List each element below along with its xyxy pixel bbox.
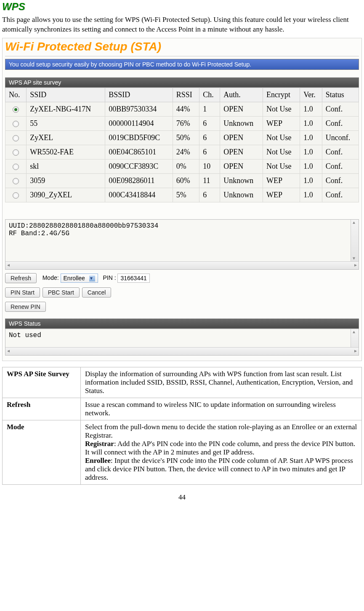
- cell-bssid: 000C43418844: [105, 188, 173, 202]
- mode-intro: Select from the pull-down menu to decide…: [85, 423, 357, 439]
- page-number: 44: [2, 493, 362, 502]
- cell-ssid: 3090_ZyXEL: [27, 188, 105, 202]
- table-row: WPS AP Site Survey Display the informati…: [3, 367, 362, 398]
- cell-ssid: 3059: [27, 173, 105, 188]
- cell-encrypt: Not Use: [263, 130, 300, 145]
- registrar-text: : Add the AP's PIN code into the PIN cod…: [85, 440, 355, 456]
- cell-ver: 1.0: [300, 116, 322, 130]
- cell-ver: 1.0: [300, 188, 322, 202]
- cell-encrypt: WEP: [263, 188, 300, 202]
- cell-ch: 1: [199, 102, 220, 116]
- survey-header: WPS AP site survey: [5, 77, 359, 88]
- survey-table: No. SSID BSSID RSSI Ch. Auth. Encrypt Ve…: [5, 88, 359, 202]
- cell-encrypt: WEP: [263, 116, 300, 130]
- cell-ver: 1.0: [300, 159, 322, 173]
- scrollbar-vertical-icon[interactable]: [351, 220, 359, 262]
- col-status: Status: [322, 88, 359, 102]
- cell-rssi: 5%: [173, 188, 199, 202]
- radio-icon[interactable]: [13, 135, 19, 141]
- col-ver: Ver.: [300, 88, 322, 102]
- col-bssid: BSSID: [105, 88, 173, 102]
- table-row[interactable]: 3090_ZyXEL000C434188445%6UnknownWEP1.0Co…: [5, 188, 359, 202]
- radio-icon[interactable]: [13, 164, 19, 170]
- uuid-textarea[interactable]: UUID:2880288028801880a88000bb97530334 RF…: [5, 219, 359, 270]
- cell-status: Conf.: [322, 102, 359, 116]
- mode-select[interactable]: Enrollee: [61, 274, 98, 283]
- cell-ver: 1.0: [300, 173, 322, 188]
- desc-val: Select from the pull-down menu to decide…: [81, 420, 362, 484]
- desc-key: Refresh: [3, 398, 81, 420]
- cell-status: Conf.: [322, 173, 359, 188]
- pbc-start-button[interactable]: PBC Start: [43, 287, 80, 298]
- cell-bssid: 0019CBD5F09C: [105, 130, 173, 145]
- pin-input[interactable]: 31663441: [117, 274, 149, 283]
- desc-val: Issue a rescan command to wireless NIC t…: [81, 398, 362, 420]
- table-row[interactable]: 5500000011490476%6UnknownWEP1.0Conf.: [5, 116, 359, 130]
- cell-auth: OPEN: [220, 145, 263, 159]
- cell-ch: 11: [199, 173, 220, 188]
- scrollbar-horizontal-icon[interactable]: [5, 347, 359, 355]
- uuid-line2: RF Band:2.4G/5G: [9, 230, 355, 237]
- cell-auth: OPEN: [220, 102, 263, 116]
- status-text: Not used: [9, 332, 41, 339]
- cell-auth: Unknown: [220, 188, 263, 202]
- info-bar: You could setup security easily by choos…: [5, 59, 359, 70]
- cell-ver: 1.0: [300, 130, 322, 145]
- chevron-down-icon: [89, 276, 95, 282]
- table-row[interactable]: WR5502-FAE00E04C86510124%6OPENNot Use1.0…: [5, 145, 359, 159]
- table-row[interactable]: skl0090CCF3893C0%10OPENNot Use1.0Conf.: [5, 159, 359, 173]
- table-row: Refresh Issue a rescan command to wirele…: [3, 398, 362, 420]
- table-row[interactable]: ZyXEL-NBG-417N00BB9753033444%1OPENNot Us…: [5, 102, 359, 116]
- enrollee-text: : Input the device's PIN code into the P…: [85, 457, 353, 481]
- cancel-button[interactable]: Cancel: [82, 287, 112, 298]
- cell-rssi: 0%: [173, 159, 199, 173]
- cell-bssid: 000000114904: [105, 116, 173, 130]
- wps-panel: Wi-Fi Protected Setup (STA) You could se…: [2, 38, 362, 361]
- table-row[interactable]: ZyXEL0019CBD5F09C50%6OPENNot Use1.0Uncon…: [5, 130, 359, 145]
- cell-ch: 10: [199, 159, 220, 173]
- radio-icon[interactable]: [13, 106, 19, 113]
- pin-label: PIN :: [103, 274, 116, 281]
- cell-encrypt: Not Use: [263, 102, 300, 116]
- description-table: WPS AP Site Survey Display the informati…: [2, 367, 362, 485]
- cell-ch: 6: [199, 188, 220, 202]
- cell-bssid: 00E04C865101: [105, 145, 173, 159]
- status-textarea[interactable]: Not used: [5, 329, 359, 356]
- radio-icon[interactable]: [13, 192, 19, 199]
- cell-auth: Unknown: [220, 173, 263, 188]
- mode-select-value: Enrollee: [64, 275, 85, 282]
- renew-pin-button[interactable]: Renew PIN: [5, 302, 46, 312]
- col-auth: Auth.: [220, 88, 263, 102]
- radio-icon[interactable]: [13, 149, 19, 156]
- section-intro: This page allows you to use the setting …: [2, 15, 362, 35]
- refresh-button[interactable]: Refresh: [5, 273, 37, 283]
- cell-auth: OPEN: [220, 130, 263, 145]
- cell-encrypt: Not Use: [263, 145, 300, 159]
- panel-title: Wi-Fi Protected Setup (STA): [5, 40, 361, 53]
- desc-key: WPS AP Site Survey: [3, 367, 81, 398]
- cell-ch: 6: [199, 145, 220, 159]
- radio-icon[interactable]: [13, 121, 19, 127]
- cell-rssi: 50%: [173, 130, 199, 145]
- cell-rssi: 24%: [173, 145, 199, 159]
- radio-icon[interactable]: [13, 178, 19, 184]
- cell-ver: 1.0: [300, 102, 322, 116]
- cell-ssid: ZyXEL: [27, 130, 105, 145]
- cell-encrypt: Not Use: [263, 159, 300, 173]
- cell-rssi: 44%: [173, 102, 199, 116]
- cell-encrypt: WEP: [263, 173, 300, 188]
- status-header: WPS Status: [5, 319, 359, 329]
- cell-ssid: skl: [27, 159, 105, 173]
- uuid-line1: UUID:2880288028801880a88000bb97530334: [9, 222, 355, 230]
- table-row[interactable]: 305900E09828601160%11UnknownWEP1.0Conf.: [5, 173, 359, 188]
- col-ch: Ch.: [199, 88, 220, 102]
- cell-status: Conf.: [322, 116, 359, 130]
- desc-key: Mode: [3, 420, 81, 484]
- scrollbar-horizontal-icon[interactable]: [5, 261, 359, 269]
- pin-start-button[interactable]: PIN Start: [5, 287, 40, 298]
- divider: [5, 56, 359, 56]
- cell-rssi: 76%: [173, 116, 199, 130]
- enrollee-label: Enrollee: [85, 457, 111, 465]
- cell-ssid: 55: [27, 116, 105, 130]
- col-ssid: SSID: [27, 88, 105, 102]
